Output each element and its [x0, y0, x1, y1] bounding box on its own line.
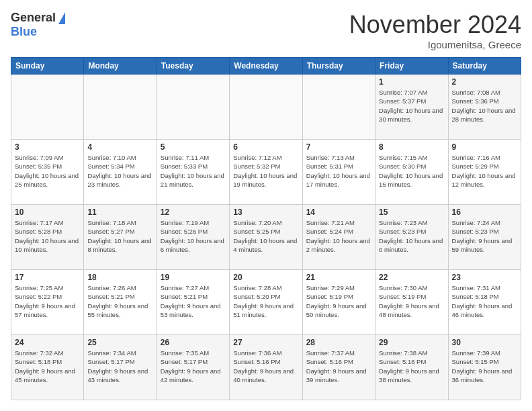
day-number: 29: [379, 338, 444, 347]
day-cell: [84, 75, 157, 140]
day-number: 25: [87, 338, 152, 347]
day-number: 22: [379, 273, 444, 282]
day-number: 3: [15, 142, 80, 152]
day-info: Sunrise: 7:31 AM Sunset: 5:18 PM Dayligh…: [452, 283, 517, 319]
day-header-saturday: Saturday: [448, 58, 521, 75]
day-info: Sunrise: 7:25 AM Sunset: 5:22 PM Dayligh…: [15, 283, 80, 319]
day-cell: 12Sunrise: 7:19 AM Sunset: 5:26 PM Dayli…: [157, 205, 229, 270]
day-info: Sunrise: 7:16 AM Sunset: 5:29 PM Dayligh…: [452, 153, 517, 189]
day-cell: 11Sunrise: 7:18 AM Sunset: 5:27 PM Dayli…: [84, 205, 157, 270]
day-cell: 27Sunrise: 7:36 AM Sunset: 5:16 PM Dayli…: [230, 335, 302, 400]
day-info: Sunrise: 7:11 AM Sunset: 5:33 PM Dayligh…: [161, 153, 226, 189]
month-title: November 2024: [349, 11, 521, 39]
day-header-wednesday: Wednesday: [230, 58, 302, 75]
day-number: 11: [87, 208, 152, 217]
day-cell: 15Sunrise: 7:23 AM Sunset: 5:23 PM Dayli…: [375, 205, 448, 270]
day-cell: 30Sunrise: 7:39 AM Sunset: 5:15 PM Dayli…: [448, 335, 521, 400]
day-number: 15: [379, 208, 444, 217]
day-cell: 10Sunrise: 7:17 AM Sunset: 5:28 PM Dayli…: [11, 205, 84, 270]
day-cell: 28Sunrise: 7:37 AM Sunset: 5:16 PM Dayli…: [302, 335, 375, 400]
day-info: Sunrise: 7:27 AM Sunset: 5:21 PM Dayligh…: [161, 283, 226, 319]
day-info: Sunrise: 7:07 AM Sunset: 5:37 PM Dayligh…: [379, 88, 444, 124]
day-info: Sunrise: 7:24 AM Sunset: 5:23 PM Dayligh…: [452, 218, 517, 254]
day-number: 23: [452, 273, 517, 282]
day-number: 5: [161, 142, 226, 152]
day-cell: 23Sunrise: 7:31 AM Sunset: 5:18 PM Dayli…: [448, 270, 521, 335]
day-number: 7: [306, 142, 371, 152]
day-cell: 2Sunrise: 7:08 AM Sunset: 5:36 PM Daylig…: [448, 75, 521, 140]
day-cell: 6Sunrise: 7:12 AM Sunset: 5:32 PM Daylig…: [230, 140, 302, 205]
day-cell: 7Sunrise: 7:13 AM Sunset: 5:31 PM Daylig…: [302, 140, 375, 205]
day-cell: 17Sunrise: 7:25 AM Sunset: 5:22 PM Dayli…: [11, 270, 84, 335]
day-info: Sunrise: 7:32 AM Sunset: 5:18 PM Dayligh…: [15, 349, 80, 384]
week-row-4: 17Sunrise: 7:25 AM Sunset: 5:22 PM Dayli…: [11, 270, 521, 335]
day-cell: 5Sunrise: 7:11 AM Sunset: 5:33 PM Daylig…: [157, 140, 229, 205]
day-number: 10: [15, 208, 80, 217]
day-header-sunday: Sunday: [11, 58, 84, 75]
day-info: Sunrise: 7:13 AM Sunset: 5:31 PM Dayligh…: [306, 153, 371, 189]
day-number: 12: [161, 208, 226, 217]
day-cell: 4Sunrise: 7:10 AM Sunset: 5:34 PM Daylig…: [84, 140, 157, 205]
week-row-5: 24Sunrise: 7:32 AM Sunset: 5:18 PM Dayli…: [11, 335, 521, 400]
day-info: Sunrise: 7:10 AM Sunset: 5:34 PM Dayligh…: [87, 153, 152, 189]
day-cell: 24Sunrise: 7:32 AM Sunset: 5:18 PM Dayli…: [11, 335, 84, 400]
day-cell: [157, 75, 229, 140]
day-info: Sunrise: 7:37 AM Sunset: 5:16 PM Dayligh…: [306, 349, 371, 384]
calendar-body: 1Sunrise: 7:07 AM Sunset: 5:37 PM Daylig…: [11, 75, 521, 400]
week-row-3: 10Sunrise: 7:17 AM Sunset: 5:28 PM Dayli…: [11, 205, 521, 270]
day-number: 14: [306, 208, 371, 217]
day-cell: 8Sunrise: 7:15 AM Sunset: 5:30 PM Daylig…: [375, 140, 448, 205]
day-number: 4: [87, 142, 152, 152]
day-number: 16: [452, 208, 517, 217]
location: Igoumenitsa, Greece: [349, 39, 521, 50]
day-info: Sunrise: 7:23 AM Sunset: 5:23 PM Dayligh…: [379, 218, 444, 254]
logo: General Blue: [11, 11, 65, 39]
logo-blue-text: Blue: [11, 25, 37, 39]
day-number: 24: [15, 338, 80, 347]
day-info: Sunrise: 7:08 AM Sunset: 5:36 PM Dayligh…: [452, 88, 517, 124]
day-number: 27: [233, 338, 298, 347]
day-cell: 9Sunrise: 7:16 AM Sunset: 5:29 PM Daylig…: [448, 140, 521, 205]
day-info: Sunrise: 7:30 AM Sunset: 5:19 PM Dayligh…: [379, 283, 444, 319]
logo-triangle-icon: [58, 12, 65, 24]
week-row-1: 1Sunrise: 7:07 AM Sunset: 5:37 PM Daylig…: [11, 75, 521, 140]
day-header-tuesday: Tuesday: [157, 58, 229, 75]
day-cell: 19Sunrise: 7:27 AM Sunset: 5:21 PM Dayli…: [157, 270, 229, 335]
day-cell: 3Sunrise: 7:09 AM Sunset: 5:35 PM Daylig…: [11, 140, 84, 205]
day-header-thursday: Thursday: [302, 58, 375, 75]
day-info: Sunrise: 7:21 AM Sunset: 5:24 PM Dayligh…: [306, 218, 371, 254]
day-cell: 29Sunrise: 7:38 AM Sunset: 5:16 PM Dayli…: [375, 335, 448, 400]
logo-general-text: General: [11, 11, 56, 25]
day-info: Sunrise: 7:12 AM Sunset: 5:32 PM Dayligh…: [233, 153, 298, 189]
day-cell: 14Sunrise: 7:21 AM Sunset: 5:24 PM Dayli…: [302, 205, 375, 270]
day-cell: [302, 75, 375, 140]
day-cell: 1Sunrise: 7:07 AM Sunset: 5:37 PM Daylig…: [375, 75, 448, 140]
day-cell: 22Sunrise: 7:30 AM Sunset: 5:19 PM Dayli…: [375, 270, 448, 335]
day-cell: 21Sunrise: 7:29 AM Sunset: 5:19 PM Dayli…: [302, 270, 375, 335]
day-cell: 18Sunrise: 7:26 AM Sunset: 5:21 PM Dayli…: [84, 270, 157, 335]
day-number: 9: [452, 142, 517, 152]
day-number: 2: [452, 77, 517, 87]
day-info: Sunrise: 7:36 AM Sunset: 5:16 PM Dayligh…: [233, 349, 298, 384]
day-number: 13: [233, 208, 298, 217]
day-info: Sunrise: 7:19 AM Sunset: 5:26 PM Dayligh…: [161, 218, 226, 254]
day-cell: 26Sunrise: 7:35 AM Sunset: 5:17 PM Dayli…: [157, 335, 229, 400]
day-number: 17: [15, 273, 80, 282]
day-number: 18: [87, 273, 152, 282]
day-info: Sunrise: 7:39 AM Sunset: 5:15 PM Dayligh…: [452, 349, 517, 384]
day-info: Sunrise: 7:38 AM Sunset: 5:16 PM Dayligh…: [379, 349, 444, 384]
day-cell: 16Sunrise: 7:24 AM Sunset: 5:23 PM Dayli…: [448, 205, 521, 270]
day-number: 8: [379, 142, 444, 152]
day-number: 19: [161, 273, 226, 282]
day-cell: 20Sunrise: 7:28 AM Sunset: 5:20 PM Dayli…: [230, 270, 302, 335]
day-number: 28: [306, 338, 371, 347]
header: General Blue November 2024 Igoumenitsa, …: [11, 11, 521, 50]
day-header-friday: Friday: [375, 58, 448, 75]
day-header-monday: Monday: [84, 58, 157, 75]
day-number: 20: [233, 273, 298, 282]
day-info: Sunrise: 7:18 AM Sunset: 5:27 PM Dayligh…: [87, 218, 152, 254]
day-number: 1: [379, 77, 444, 87]
page: General Blue November 2024 Igoumenitsa, …: [0, 0, 532, 411]
day-number: 26: [161, 338, 226, 347]
calendar: SundayMondayTuesdayWednesdayThursdayFrid…: [11, 57, 521, 400]
